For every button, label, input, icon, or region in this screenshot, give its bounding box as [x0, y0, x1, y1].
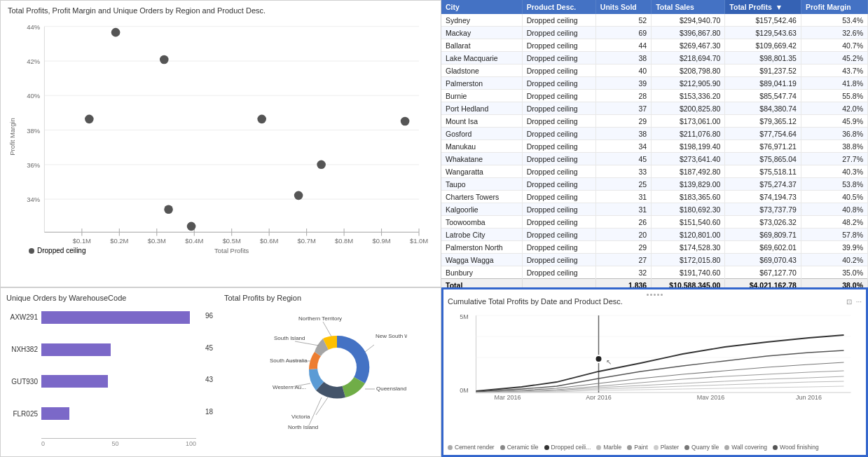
table-cell: $269,467.30 [652, 39, 725, 52]
table-cell: 26 [595, 216, 651, 228]
table-cell: Dropped ceiling [522, 178, 595, 191]
legend-label: Wall covering [731, 444, 767, 451]
table-cell: $153,336.20 [652, 90, 725, 102]
table-cell: $74,194.73 [725, 191, 801, 203]
bar-x-axis: 0 50 100 [41, 438, 196, 447]
svg-text:$0.7M: $0.7M [298, 237, 316, 245]
legend-color [544, 445, 549, 450]
bar-value-nxh382: 45 [205, 344, 213, 352]
svg-text:34%: 34% [27, 196, 40, 203]
total-label: Total [441, 279, 522, 288]
table-cell: Palmerston [441, 77, 522, 90]
scatter-legend-dot [29, 248, 34, 254]
legend-item: Cement render [448, 444, 495, 451]
table-cell: 29 [595, 241, 651, 254]
table-cell: $151,540.60 [652, 216, 725, 228]
table-cell: Ballarat [441, 39, 522, 52]
table-cell: Dropped ceiling [522, 102, 595, 115]
table-cell: Dropped ceiling [522, 14, 595, 27]
col-units-sold[interactable]: Units Sold [595, 0, 651, 14]
table-cell: Burnie [441, 90, 522, 102]
svg-text:$0.2M: $0.2M [110, 237, 128, 245]
line-chart-svg: 5M 0M Mar 2016 Apr 2016 May 2016 Jun 201… [448, 308, 862, 400]
x-tick-jun: Jun 2016 [796, 394, 822, 400]
table-cell: Lake Macquarie [441, 52, 522, 64]
bar-fill-flr025 [41, 407, 69, 420]
legend-item: Ceramic tile [500, 444, 539, 451]
line-chart-header: Cumulative Total Profits by Date and Pro… [448, 297, 862, 306]
table-cell: $198,199.40 [652, 140, 725, 153]
bar-track-nxh382: 45 [41, 343, 196, 356]
table-cell: 28 [595, 90, 651, 102]
table-cell: 45.2% [801, 52, 867, 64]
table-cell: $67,127.70 [725, 266, 801, 279]
table-cell: 38 [595, 52, 651, 64]
table-cell: Dropped ceiling [522, 128, 595, 140]
drag-dot [657, 294, 659, 296]
table-cell: 32.6% [801, 27, 867, 39]
legend-label: Dropped ceili... [551, 444, 591, 451]
table-cell: 40 [595, 64, 651, 77]
legend-color [724, 445, 729, 450]
total-margin: 38.0% [801, 279, 867, 288]
bar-track-gut930: 43 [41, 375, 196, 388]
table-cell: $396,867.80 [652, 27, 725, 39]
legend-item: Marble [596, 444, 621, 451]
table-cell: $75,865.04 [725, 153, 801, 165]
table-cell: $294,940.70 [652, 14, 725, 27]
lc-ctrl-more[interactable]: ··· [856, 298, 862, 306]
bar-track-axw291: 96 [41, 311, 196, 324]
table-cell: $91,237.52 [725, 64, 801, 77]
table-cell: Wangaratta [441, 165, 522, 178]
col-city[interactable]: City [441, 0, 522, 14]
scatter-point [187, 222, 196, 231]
cursor-arrow: ↖ [606, 358, 612, 366]
table-cell: Wagga Wagga [441, 254, 522, 266]
table-cell: 40.3% [801, 165, 867, 178]
table-cell: Bunbury [441, 266, 522, 279]
legend-color [684, 445, 689, 450]
bottom-left-panel: Unique Orders by WarehouseCode AXW291 96… [0, 287, 441, 457]
col-total-profits[interactable]: Total Profits ▼ [725, 0, 801, 14]
scatter-svg: Profit Margin 44% 42% 40% 38% 36% 34% [8, 18, 434, 256]
table-cell: $98,801.35 [725, 52, 801, 64]
table-cell: 41.8% [801, 77, 867, 90]
legend-item: Paint [627, 444, 647, 451]
table-cell: Dropped ceiling [522, 165, 595, 178]
table-cell: $76,971.21 [725, 140, 801, 153]
svg-text:40%: 40% [27, 92, 40, 100]
col-profit-margin[interactable]: Profit Margin [801, 0, 867, 14]
legend-label: Marble [603, 444, 621, 451]
table-cell: 52 [595, 14, 651, 27]
svg-text:38%: 38% [27, 127, 40, 135]
x-tick-apr: Apr 2016 [586, 394, 612, 400]
table-cell: 31 [595, 191, 651, 203]
lc-ctrl-expand[interactable]: ⊡ [846, 298, 852, 306]
table-cell: 40.2% [801, 254, 867, 266]
table-cell: $187,492.80 [652, 165, 725, 178]
col-product-desc[interactable]: Product Desc. [522, 0, 595, 14]
table-cell: $73,737.79 [725, 203, 801, 216]
table-cell: Dropped ceiling [522, 203, 595, 216]
legend-item: Wall covering [724, 444, 767, 451]
bar-chart-title: Unique Orders by WarehouseCode [6, 294, 217, 302]
table-row: GosfordDropped ceiling38$211,076.80$77,7… [441, 128, 868, 140]
table-cell: 57.8% [801, 228, 867, 241]
col-total-sales[interactable]: Total Sales [652, 0, 725, 14]
scatter-point [257, 115, 266, 124]
drag-handle[interactable] [448, 294, 862, 296]
table-row: BurnieDropped ceiling28$153,336.20$85,54… [441, 90, 868, 102]
table-cell: Gladstone [441, 64, 522, 77]
table-cell: Dropped ceiling [522, 77, 595, 90]
total-sales: $10,588,345.00 [652, 279, 725, 288]
table-cell: $109,669.42 [725, 39, 801, 52]
scatter-area: Profit Margin 44% 42% 40% 38% 36% 34% [8, 18, 434, 256]
legend-item: Dropped ceili... [544, 444, 591, 451]
bar-row-nxh382: NXH382 45 [6, 342, 196, 357]
total-profits: $4,021,162.78 [725, 279, 801, 288]
table-cell: $172,015.80 [652, 254, 725, 266]
table-row: Latrobe CityDropped ceiling20$120,801.00… [441, 228, 868, 241]
table-cell: $75,518.11 [725, 165, 801, 178]
donut-lbl-nt: Northern Territory [298, 315, 342, 322]
legend-label: Ceramic tile [507, 444, 539, 451]
